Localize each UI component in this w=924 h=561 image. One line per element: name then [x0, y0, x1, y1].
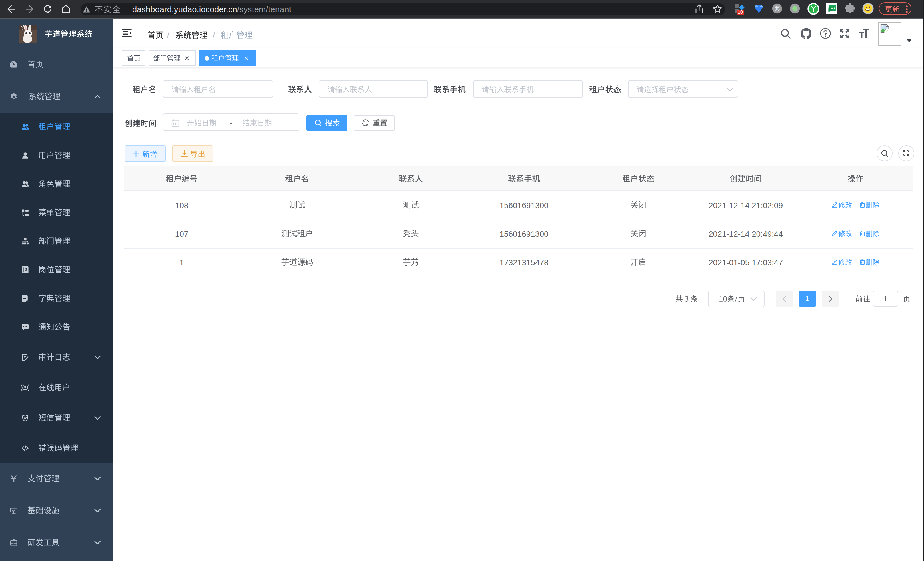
svg-text:⌘: ⌘: [774, 5, 780, 12]
